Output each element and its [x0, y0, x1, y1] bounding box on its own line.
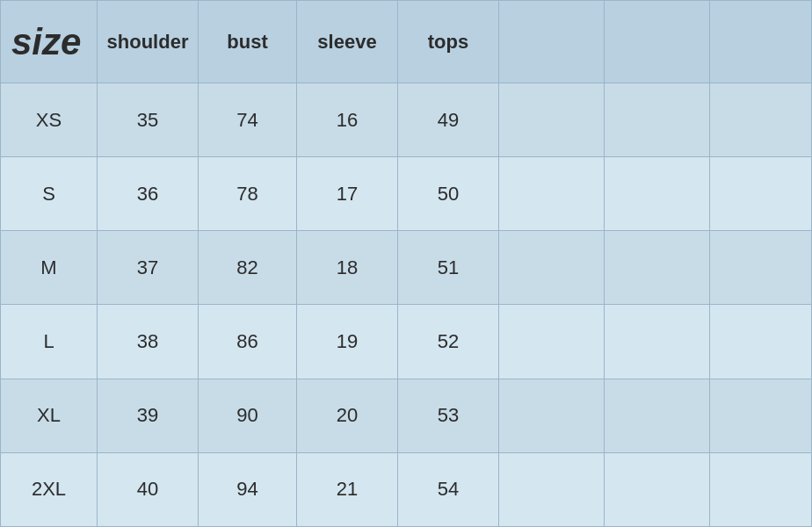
cell-sleeve: 18: [297, 231, 398, 305]
cell-col8: [710, 157, 812, 231]
header-col8: [710, 1, 812, 83]
header-size: size: [1, 1, 98, 83]
cell-col6: [499, 379, 605, 452]
cell-col6: [499, 83, 605, 157]
cell-sleeve: 21: [297, 452, 398, 526]
cell-tops: 50: [398, 157, 499, 231]
cell-sleeve: 19: [297, 305, 398, 379]
cell-bust: 90: [199, 379, 297, 452]
cell-tops: 54: [398, 452, 499, 526]
cell-tops: 53: [398, 379, 499, 452]
table-row: XS35741649: [1, 83, 812, 157]
header-sleeve: sleeve: [297, 1, 398, 83]
cell-sleeve: 16: [297, 83, 398, 157]
cell-shoulder: 35: [98, 83, 199, 157]
cell-bust: 78: [199, 157, 297, 231]
cell-bust: 86: [199, 305, 297, 379]
cell-size: L: [1, 305, 98, 379]
cell-col6: [499, 305, 605, 379]
table-row: M37821851: [1, 231, 812, 305]
cell-shoulder: 37: [98, 231, 199, 305]
table-body: XS35741649S36781750M37821851L38861952XL3…: [1, 83, 812, 527]
header-bust: bust: [199, 1, 297, 83]
cell-col8: [710, 379, 812, 452]
cell-bust: 94: [199, 452, 297, 526]
cell-tops: 52: [398, 305, 499, 379]
cell-col7: [605, 379, 710, 452]
header-shoulder: shoulder: [98, 1, 199, 83]
header-tops: tops: [398, 1, 499, 83]
cell-size: M: [1, 231, 98, 305]
cell-col8: [710, 305, 812, 379]
cell-tops: 51: [398, 231, 499, 305]
cell-col7: [605, 305, 710, 379]
cell-size: S: [1, 157, 98, 231]
header-col7: [605, 1, 710, 83]
cell-col7: [605, 157, 710, 231]
table-row: L38861952: [1, 305, 812, 379]
header-row: size shoulder bust sleeve tops: [1, 1, 812, 83]
cell-col7: [605, 83, 710, 157]
cell-col6: [499, 452, 605, 526]
cell-shoulder: 39: [98, 379, 199, 452]
cell-col7: [605, 452, 710, 526]
cell-size: 2XL: [1, 452, 98, 526]
cell-bust: 82: [199, 231, 297, 305]
cell-col8: [710, 231, 812, 305]
cell-col6: [499, 157, 605, 231]
cell-bust: 74: [199, 83, 297, 157]
cell-shoulder: 38: [98, 305, 199, 379]
size-chart-table: size shoulder bust sleeve tops XS3574164…: [0, 0, 812, 527]
table-row: 2XL40942154: [1, 452, 812, 526]
size-chart-container: size shoulder bust sleeve tops XS3574164…: [0, 0, 812, 527]
cell-tops: 49: [398, 83, 499, 157]
cell-size: XL: [1, 379, 98, 452]
cell-col8: [710, 83, 812, 157]
cell-col8: [710, 452, 812, 526]
cell-shoulder: 40: [98, 452, 199, 526]
header-col6: [499, 1, 605, 83]
cell-shoulder: 36: [98, 157, 199, 231]
cell-col6: [499, 231, 605, 305]
cell-sleeve: 20: [297, 379, 398, 452]
table-row: XL39902053: [1, 379, 812, 452]
cell-size: XS: [1, 83, 98, 157]
table-row: S36781750: [1, 157, 812, 231]
cell-sleeve: 17: [297, 157, 398, 231]
cell-col7: [605, 231, 710, 305]
